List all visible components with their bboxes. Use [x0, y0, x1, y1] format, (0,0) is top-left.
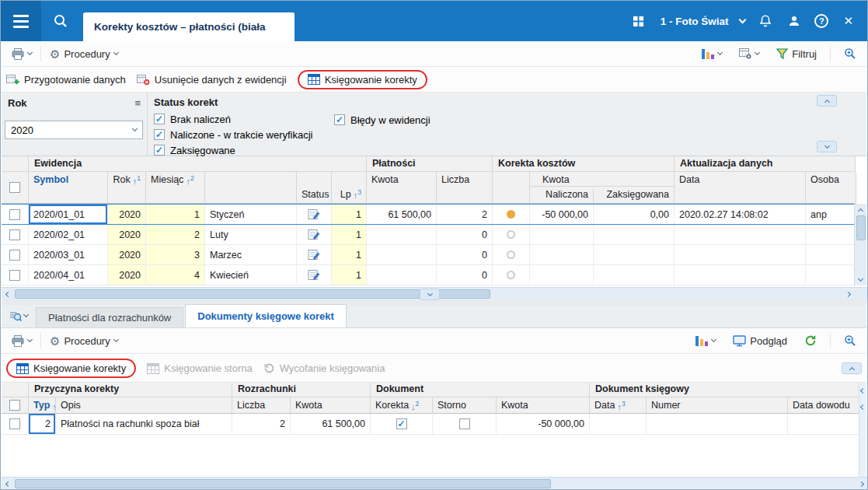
collapse-down-button[interactable]	[817, 141, 837, 152]
checkbox-icon[interactable]	[154, 129, 165, 140]
checkbox-icon[interactable]	[9, 182, 20, 193]
cell-symbol[interactable]: 2020/02_01	[29, 225, 108, 244]
checkbox-icon[interactable]	[334, 114, 345, 125]
search-locator-button[interactable]	[840, 44, 860, 63]
refresh-button[interactable]	[800, 331, 821, 350]
checkbox-icon[interactable]	[9, 229, 20, 240]
close-button[interactable]: ✕	[840, 14, 856, 28]
band-ewidencja[interactable]: Ewidencja	[29, 156, 367, 172]
scrollbar-thumb[interactable]	[15, 479, 551, 488]
checkbox-icon[interactable]	[9, 209, 20, 220]
tab-platnosci-dla-rozrachunkow[interactable]: Płatności dla rozrachunków	[36, 307, 183, 327]
row-select-cell[interactable]	[2, 245, 29, 264]
help-button[interactable]: ?	[814, 14, 828, 28]
checkbox-zaksiegowane[interactable]: Zaksięgowane	[154, 142, 313, 158]
checkbox-icon[interactable]	[154, 145, 165, 156]
search-locator-button[interactable]	[840, 331, 860, 350]
company-chevron-icon[interactable]	[739, 16, 747, 24]
header-liczba[interactable]: Liczba	[437, 172, 493, 204]
scroll-down-button[interactable]	[855, 274, 866, 285]
scroll-up-button[interactable]	[855, 204, 866, 215]
book-correction-button[interactable]: Księgowanie korekty	[16, 362, 126, 374]
header-status[interactable]: Status	[297, 172, 332, 204]
scroll-left-button[interactable]	[2, 478, 15, 490]
collapse-up-button[interactable]	[842, 362, 862, 374]
band-platnosci[interactable]: Płatności	[367, 156, 493, 172]
scroll-left-button[interactable]	[2, 288, 15, 300]
band-dokument-ksiegowy[interactable]: Dokument księgowy	[590, 383, 860, 397]
collapse-left-icon[interactable]	[860, 404, 866, 410]
undo-booking-button[interactable]: Wycofanie księgowania	[263, 362, 385, 374]
table-row[interactable]: 2020/04_01 2020 4 Kwiecień 1 0	[2, 265, 856, 285]
row-select-cell[interactable]	[2, 205, 29, 224]
band-przyczyna[interactable]: Przyczyna korekty	[29, 383, 232, 397]
checkbox-icon[interactable]	[154, 114, 165, 124]
header-kwota[interactable]: Kwota	[291, 397, 371, 414]
table-row[interactable]: 2020/01_01 2020 1 Styczeń 1 61 500,00 2 …	[2, 204, 856, 225]
procedury-button[interactable]: ⚙ Procedury	[46, 332, 122, 350]
horizontal-scrollbar[interactable]	[2, 477, 868, 490]
header-select-all[interactable]	[2, 397, 29, 414]
checkbox-bledy[interactable]: Błędy w ewidencji	[334, 112, 431, 128]
header-miesiac[interactable]: Miesiąc↑2	[146, 172, 205, 204]
header-korekta[interactable]: Korekta↓2	[371, 397, 433, 414]
header-select-all[interactable]	[2, 172, 29, 204]
checkbox-icon[interactable]	[9, 418, 20, 429]
collapse-left-icon[interactable]	[860, 388, 866, 394]
bottom-grid-collapse-strip[interactable]	[859, 383, 866, 477]
header-liczba[interactable]: Liczba	[232, 397, 291, 414]
book-correction-button[interactable]: Księgowanie korekty	[308, 74, 417, 86]
header-typ[interactable]: Typ↑1	[29, 397, 56, 414]
header-zaksiegowana[interactable]: Zaksięgowana	[594, 189, 674, 203]
header-osoba[interactable]: Osoba	[806, 172, 856, 204]
table-row[interactable]: 2020/02_01 2020 2 Luty 1 0	[2, 225, 856, 245]
filter-button[interactable]: Filtruj	[772, 45, 821, 63]
delete-data-button[interactable]: Usunięcie danych z ewidencji	[137, 74, 287, 86]
user-button[interactable]	[786, 12, 803, 30]
collapse-up-button[interactable]	[817, 95, 837, 107]
menu-button[interactable]	[1, 1, 41, 41]
panel-selector-button[interactable]	[2, 304, 36, 327]
checkbox-naliczone[interactable]: Naliczone - w trakcie weryfikacji	[154, 127, 313, 142]
rok-select[interactable]: 2020	[5, 121, 143, 139]
band-aktualizacja[interactable]: Aktualizacja danych	[675, 156, 856, 172]
chart-view-button[interactable]	[698, 46, 726, 62]
grid-settings-button[interactable]	[735, 45, 763, 62]
scroll-right-button[interactable]	[842, 288, 855, 300]
cell-korekta[interactable]	[371, 414, 433, 434]
header-lp[interactable]: Lp↑3	[332, 172, 367, 204]
header-korekta-status[interactable]	[493, 172, 530, 204]
checkbox-icon[interactable]	[9, 270, 20, 281]
header-data-dowodu[interactable]: Data dowodu	[788, 397, 860, 414]
cell-typ[interactable]: 2	[29, 414, 56, 434]
splitter-collapse-button[interactable]	[420, 289, 440, 300]
header-kwota-korekty-band[interactable]: Kwota Naliczona Zaksięgowana	[530, 172, 675, 204]
checkbox-icon[interactable]	[396, 418, 407, 429]
scroll-right-button[interactable]	[855, 478, 868, 490]
row-select-cell[interactable]	[2, 414, 29, 434]
table-row[interactable]: 2 Płatności na rachunki spoza biał 2 61 …	[2, 414, 860, 435]
band-rozrachunki[interactable]: Rozrachunki	[232, 383, 371, 397]
global-search-button[interactable]	[41, 1, 80, 41]
header-rok[interactable]: Rok↑1	[108, 172, 146, 204]
cell-symbol[interactable]: 2020/04_01	[29, 265, 108, 285]
header-numer[interactable]: Numer	[647, 397, 788, 414]
checkbox-brak-naliczen[interactable]: Brak naliczeń	[154, 111, 313, 127]
company-name[interactable]: 1 - Foto Świat	[661, 16, 729, 27]
checkbox-icon[interactable]	[9, 400, 20, 411]
preview-button[interactable]: Podgląd	[729, 332, 791, 350]
header-opis[interactable]: Opis	[56, 397, 232, 414]
band-korekta-kosztow[interactable]: Korekta kosztów	[493, 156, 675, 172]
row-select-cell[interactable]	[2, 265, 29, 285]
table-row[interactable]: 2020/03_01 2020 3 Marzec 1 0	[2, 245, 856, 265]
header-storno[interactable]: Storno	[433, 397, 497, 414]
procedury-button[interactable]: ⚙ Procedury	[46, 45, 122, 63]
rok-menu-icon[interactable]: ≡	[134, 97, 141, 109]
header-kwota-platnosci[interactable]: Kwota	[367, 172, 437, 204]
document-tab[interactable]: Korekty kosztów – płatności (biała	[83, 12, 295, 41]
cell-storno[interactable]	[433, 414, 497, 434]
prepare-data-button[interactable]: Przygotowanie danych	[6, 74, 126, 86]
chart-view-button[interactable]	[692, 333, 720, 349]
vertical-scrollbar[interactable]	[854, 204, 866, 285]
header-miesiac-nazwa[interactable]	[205, 172, 297, 204]
